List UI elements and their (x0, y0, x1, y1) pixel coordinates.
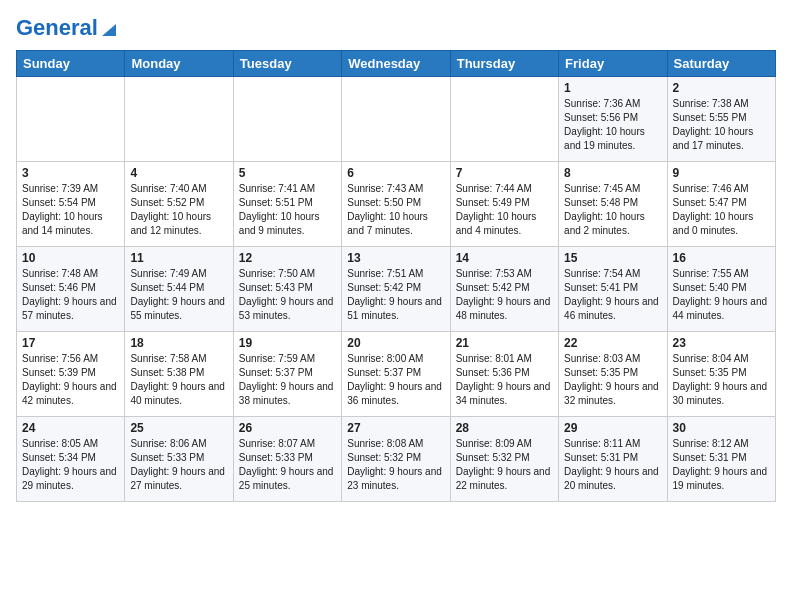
calendar-cell: 28Sunrise: 8:09 AMSunset: 5:32 PMDayligh… (450, 417, 558, 502)
day-info: Sunrise: 7:40 AMSunset: 5:52 PMDaylight:… (130, 182, 227, 238)
calendar-cell (233, 77, 341, 162)
day-info: Sunrise: 7:56 AMSunset: 5:39 PMDaylight:… (22, 352, 119, 408)
weekday-header-saturday: Saturday (667, 51, 775, 77)
day-info: Sunrise: 8:05 AMSunset: 5:34 PMDaylight:… (22, 437, 119, 493)
day-info: Sunrise: 7:36 AMSunset: 5:56 PMDaylight:… (564, 97, 661, 153)
day-number: 5 (239, 166, 336, 180)
calendar-cell: 3Sunrise: 7:39 AMSunset: 5:54 PMDaylight… (17, 162, 125, 247)
day-info: Sunrise: 8:00 AMSunset: 5:37 PMDaylight:… (347, 352, 444, 408)
calendar-table: SundayMondayTuesdayWednesdayThursdayFrid… (16, 50, 776, 502)
day-number: 16 (673, 251, 770, 265)
weekday-header-friday: Friday (559, 51, 667, 77)
day-info: Sunrise: 7:48 AMSunset: 5:46 PMDaylight:… (22, 267, 119, 323)
calendar-cell: 29Sunrise: 8:11 AMSunset: 5:31 PMDayligh… (559, 417, 667, 502)
page-container: General SundayMondayTuesdayWednesdayThur… (0, 0, 792, 512)
calendar-cell: 5Sunrise: 7:41 AMSunset: 5:51 PMDaylight… (233, 162, 341, 247)
calendar-cell: 26Sunrise: 8:07 AMSunset: 5:33 PMDayligh… (233, 417, 341, 502)
day-info: Sunrise: 7:39 AMSunset: 5:54 PMDaylight:… (22, 182, 119, 238)
day-number: 4 (130, 166, 227, 180)
calendar-cell: 21Sunrise: 8:01 AMSunset: 5:36 PMDayligh… (450, 332, 558, 417)
calendar-cell: 9Sunrise: 7:46 AMSunset: 5:47 PMDaylight… (667, 162, 775, 247)
day-number: 22 (564, 336, 661, 350)
calendar-week-row: 3Sunrise: 7:39 AMSunset: 5:54 PMDaylight… (17, 162, 776, 247)
calendar-cell: 16Sunrise: 7:55 AMSunset: 5:40 PMDayligh… (667, 247, 775, 332)
calendar-week-row: 17Sunrise: 7:56 AMSunset: 5:39 PMDayligh… (17, 332, 776, 417)
day-info: Sunrise: 7:38 AMSunset: 5:55 PMDaylight:… (673, 97, 770, 153)
calendar-cell (342, 77, 450, 162)
calendar-cell: 4Sunrise: 7:40 AMSunset: 5:52 PMDaylight… (125, 162, 233, 247)
day-number: 18 (130, 336, 227, 350)
day-info: Sunrise: 7:50 AMSunset: 5:43 PMDaylight:… (239, 267, 336, 323)
calendar-cell: 6Sunrise: 7:43 AMSunset: 5:50 PMDaylight… (342, 162, 450, 247)
calendar-cell: 25Sunrise: 8:06 AMSunset: 5:33 PMDayligh… (125, 417, 233, 502)
logo: General (16, 16, 118, 40)
calendar-cell: 19Sunrise: 7:59 AMSunset: 5:37 PMDayligh… (233, 332, 341, 417)
svg-marker-0 (102, 24, 116, 36)
day-number: 14 (456, 251, 553, 265)
calendar-cell (125, 77, 233, 162)
calendar-cell (17, 77, 125, 162)
day-number: 29 (564, 421, 661, 435)
calendar-week-row: 24Sunrise: 8:05 AMSunset: 5:34 PMDayligh… (17, 417, 776, 502)
day-number: 13 (347, 251, 444, 265)
day-info: Sunrise: 7:44 AMSunset: 5:49 PMDaylight:… (456, 182, 553, 238)
day-number: 26 (239, 421, 336, 435)
weekday-header-wednesday: Wednesday (342, 51, 450, 77)
day-info: Sunrise: 8:01 AMSunset: 5:36 PMDaylight:… (456, 352, 553, 408)
day-info: Sunrise: 8:07 AMSunset: 5:33 PMDaylight:… (239, 437, 336, 493)
calendar-cell: 24Sunrise: 8:05 AMSunset: 5:34 PMDayligh… (17, 417, 125, 502)
calendar-cell: 23Sunrise: 8:04 AMSunset: 5:35 PMDayligh… (667, 332, 775, 417)
calendar-cell: 18Sunrise: 7:58 AMSunset: 5:38 PMDayligh… (125, 332, 233, 417)
day-number: 24 (22, 421, 119, 435)
day-number: 12 (239, 251, 336, 265)
day-number: 6 (347, 166, 444, 180)
day-info: Sunrise: 8:04 AMSunset: 5:35 PMDaylight:… (673, 352, 770, 408)
weekday-header-sunday: Sunday (17, 51, 125, 77)
day-number: 23 (673, 336, 770, 350)
logo-text: General (16, 16, 98, 40)
day-number: 17 (22, 336, 119, 350)
day-number: 2 (673, 81, 770, 95)
calendar-cell: 11Sunrise: 7:49 AMSunset: 5:44 PMDayligh… (125, 247, 233, 332)
day-number: 28 (456, 421, 553, 435)
calendar-cell: 20Sunrise: 8:00 AMSunset: 5:37 PMDayligh… (342, 332, 450, 417)
day-info: Sunrise: 8:03 AMSunset: 5:35 PMDaylight:… (564, 352, 661, 408)
weekday-header-thursday: Thursday (450, 51, 558, 77)
day-info: Sunrise: 8:12 AMSunset: 5:31 PMDaylight:… (673, 437, 770, 493)
day-number: 27 (347, 421, 444, 435)
day-info: Sunrise: 7:54 AMSunset: 5:41 PMDaylight:… (564, 267, 661, 323)
calendar-cell: 7Sunrise: 7:44 AMSunset: 5:49 PMDaylight… (450, 162, 558, 247)
day-number: 19 (239, 336, 336, 350)
calendar-cell: 12Sunrise: 7:50 AMSunset: 5:43 PMDayligh… (233, 247, 341, 332)
day-number: 10 (22, 251, 119, 265)
day-info: Sunrise: 7:58 AMSunset: 5:38 PMDaylight:… (130, 352, 227, 408)
day-info: Sunrise: 8:09 AMSunset: 5:32 PMDaylight:… (456, 437, 553, 493)
day-info: Sunrise: 7:46 AMSunset: 5:47 PMDaylight:… (673, 182, 770, 238)
calendar-cell (450, 77, 558, 162)
day-info: Sunrise: 7:43 AMSunset: 5:50 PMDaylight:… (347, 182, 444, 238)
calendar-cell: 27Sunrise: 8:08 AMSunset: 5:32 PMDayligh… (342, 417, 450, 502)
page-header: General (16, 16, 776, 40)
day-info: Sunrise: 7:49 AMSunset: 5:44 PMDaylight:… (130, 267, 227, 323)
day-info: Sunrise: 7:53 AMSunset: 5:42 PMDaylight:… (456, 267, 553, 323)
day-number: 9 (673, 166, 770, 180)
weekday-header-tuesday: Tuesday (233, 51, 341, 77)
calendar-cell: 10Sunrise: 7:48 AMSunset: 5:46 PMDayligh… (17, 247, 125, 332)
day-number: 25 (130, 421, 227, 435)
day-number: 30 (673, 421, 770, 435)
day-info: Sunrise: 7:59 AMSunset: 5:37 PMDaylight:… (239, 352, 336, 408)
day-number: 1 (564, 81, 661, 95)
day-number: 8 (564, 166, 661, 180)
day-info: Sunrise: 8:08 AMSunset: 5:32 PMDaylight:… (347, 437, 444, 493)
day-number: 20 (347, 336, 444, 350)
calendar-cell: 17Sunrise: 7:56 AMSunset: 5:39 PMDayligh… (17, 332, 125, 417)
day-info: Sunrise: 7:45 AMSunset: 5:48 PMDaylight:… (564, 182, 661, 238)
calendar-week-row: 1Sunrise: 7:36 AMSunset: 5:56 PMDaylight… (17, 77, 776, 162)
day-info: Sunrise: 7:41 AMSunset: 5:51 PMDaylight:… (239, 182, 336, 238)
calendar-week-row: 10Sunrise: 7:48 AMSunset: 5:46 PMDayligh… (17, 247, 776, 332)
calendar-cell: 15Sunrise: 7:54 AMSunset: 5:41 PMDayligh… (559, 247, 667, 332)
day-info: Sunrise: 7:51 AMSunset: 5:42 PMDaylight:… (347, 267, 444, 323)
calendar-cell: 13Sunrise: 7:51 AMSunset: 5:42 PMDayligh… (342, 247, 450, 332)
day-number: 3 (22, 166, 119, 180)
calendar-cell: 8Sunrise: 7:45 AMSunset: 5:48 PMDaylight… (559, 162, 667, 247)
